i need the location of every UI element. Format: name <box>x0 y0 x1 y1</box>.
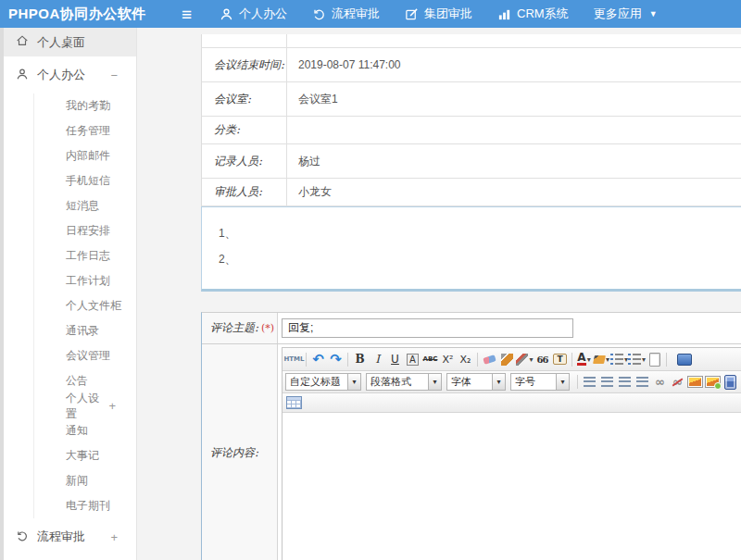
sub-item-label: 短消息 <box>66 198 99 214</box>
rich-text-editor: 自定义标题▾ 段落格式▾ 字体▾ 字号▾ <box>282 347 741 560</box>
paste-icon[interactable] <box>551 351 569 368</box>
menu-toggle-icon[interactable]: ≡ <box>182 6 192 23</box>
superscript-button[interactable] <box>439 351 457 368</box>
topnav-personal-office[interactable]: 个人办公 <box>220 6 287 22</box>
image-upload-icon[interactable] <box>704 373 722 391</box>
highlight-icon[interactable] <box>593 351 610 368</box>
align-left-icon[interactable] <box>581 373 598 391</box>
sidebar-item-attendance[interactable]: 我的考勤 <box>34 93 136 118</box>
toolbar-separator <box>347 353 348 367</box>
format-brush-icon[interactable] <box>498 351 516 368</box>
subscript-button[interactable] <box>457 351 474 368</box>
new-page-icon[interactable] <box>646 351 663 368</box>
sidebar-item-schedule[interactable]: 日程安排 <box>34 218 136 243</box>
comment-subject-row: 评论主题: (*) <box>202 313 741 344</box>
sidebar-item-work-log[interactable]: 工作日志 <box>34 243 136 268</box>
unordered-list-icon[interactable] <box>628 351 646 368</box>
table-row: 记录人员: 杨过 <box>202 144 741 179</box>
topnav-workflow-approval[interactable]: 流程审批 <box>312 6 380 22</box>
table-row: 会议室: 会议室1 <box>202 82 741 117</box>
paragraph-format-select[interactable]: 段落格式▾ <box>366 373 442 391</box>
topnav-label: 个人办公 <box>239 6 287 22</box>
sub-item-label: 会议管理 <box>66 348 110 364</box>
eraser-icon[interactable] <box>481 351 498 368</box>
heading-select[interactable]: 自定义标题▾ <box>285 373 361 391</box>
toolbar-separator <box>666 353 667 367</box>
sidebar-item-personal-settings[interactable]: 个人设置+ <box>34 393 136 418</box>
sidebar-item-meeting-management[interactable]: 会议管理 <box>34 343 136 368</box>
row-value: 会议室1 <box>287 82 741 116</box>
font-color-button[interactable] <box>575 351 593 368</box>
topnav-group-approval[interactable]: 集团审批 <box>405 6 472 22</box>
expand-icon[interactable]: + <box>108 399 116 413</box>
sidebar-item-notice[interactable]: 通知 <box>34 418 136 443</box>
comment-content-editor[interactable] <box>283 413 741 560</box>
insert-table-icon[interactable] <box>285 394 303 412</box>
collapse-icon[interactable]: − <box>110 68 118 82</box>
sidebar-item-workflow-approval[interactable]: 流程审批 + <box>4 518 136 555</box>
unlink-icon[interactable] <box>669 373 686 391</box>
label-text: 评论主题: <box>210 320 258 336</box>
bold-button[interactable] <box>351 351 369 368</box>
sidebar-item-e-journal[interactable]: 电子期刊 <box>34 493 136 518</box>
italic-button[interactable] <box>369 351 386 368</box>
fullscreen-icon[interactable] <box>675 351 693 368</box>
font-family-select[interactable]: 字体▾ <box>446 373 506 391</box>
sidebar-item-events[interactable]: 大事记 <box>34 443 136 468</box>
row-label: 记录人员: <box>202 144 287 178</box>
select-value: 字体 <box>447 375 492 389</box>
sub-item-label: 公告 <box>66 373 88 389</box>
row-label: 分类: <box>202 117 287 143</box>
sidebar-submenu: 我的考勤 任务管理 内部邮件 手机短信 短消息 日程安排 工作日志 工作计划 个… <box>33 93 136 518</box>
edit-icon <box>405 7 419 21</box>
align-right-icon[interactable] <box>616 373 634 391</box>
sub-item-label: 通讯录 <box>66 323 99 339</box>
table-row: 分类: <box>202 117 741 144</box>
blockquote-button[interactable] <box>534 351 551 368</box>
sidebar-item-tasks[interactable]: 任务管理 <box>34 118 136 143</box>
caret-down-icon: ▼ <box>649 9 658 19</box>
sidebar-item-work-plan[interactable]: 工作计划 <box>34 268 136 293</box>
caret-down-icon: ▾ <box>556 374 569 390</box>
row-label: 审批人员: <box>202 179 287 205</box>
font-size-select[interactable]: 字号▾ <box>510 373 570 391</box>
expand-icon[interactable]: + <box>110 530 118 544</box>
comment-subject-cell <box>278 313 741 343</box>
image-icon[interactable] <box>686 373 704 391</box>
ordered-list-icon[interactable] <box>610 351 628 368</box>
select-value: 自定义标题 <box>286 375 347 389</box>
redo-icon[interactable] <box>327 351 345 368</box>
sidebar-item-personal-desktop[interactable]: 个人桌面 <box>4 28 136 56</box>
sub-item-label: 我的考勤 <box>66 98 110 114</box>
meeting-content-box: 1、 2、 <box>201 206 741 292</box>
sub-item-label: 新闻 <box>66 473 88 489</box>
toolbar-separator <box>306 353 307 367</box>
sidebar-item-sms[interactable]: 手机短信 <box>34 168 136 193</box>
topnav-more-apps[interactable]: 更多应用 ▼ <box>594 6 658 22</box>
main-content: 会议结束时间: 2019-08-07 11:47:00 会议室: 会议室1 分类… <box>137 28 741 560</box>
font-style-button[interactable] <box>404 351 421 368</box>
sub-item-label: 电子期刊 <box>66 498 110 514</box>
topnav-crm[interactable]: CRM系统 <box>497 6 569 22</box>
sidebar-item-news[interactable]: 新闻 <box>34 468 136 493</box>
sidebar-item-short-message[interactable]: 短消息 <box>34 193 136 218</box>
underline-button[interactable] <box>386 351 404 368</box>
align-center-icon[interactable] <box>598 373 616 391</box>
media-icon[interactable] <box>722 373 739 391</box>
sidebar-item-contacts[interactable]: 通讯录 <box>34 318 136 343</box>
sidebar-item-file-cabinet[interactable]: 个人文件柜 <box>34 293 136 318</box>
strikethrough-button[interactable] <box>421 351 439 368</box>
row-label: 会议室: <box>202 82 287 116</box>
sidebar-item-personal-office[interactable]: 个人办公 − <box>4 56 136 93</box>
undo-icon[interactable] <box>309 351 327 368</box>
sidebar-item-internal-mail[interactable]: 内部邮件 <box>34 143 136 168</box>
row-label: 会议结束时间: <box>202 48 287 81</box>
comment-subject-input[interactable] <box>282 318 573 338</box>
html-source-button[interactable] <box>285 351 303 368</box>
link-icon[interactable] <box>651 373 669 391</box>
auto-format-icon[interactable] <box>516 351 534 368</box>
history-icon <box>16 529 29 545</box>
comment-content-cell: 自定义标题▾ 段落格式▾ 字体▾ 字号▾ <box>278 344 741 560</box>
sub-item-label: 工作计划 <box>66 273 110 289</box>
align-justify-icon[interactable] <box>634 373 651 391</box>
